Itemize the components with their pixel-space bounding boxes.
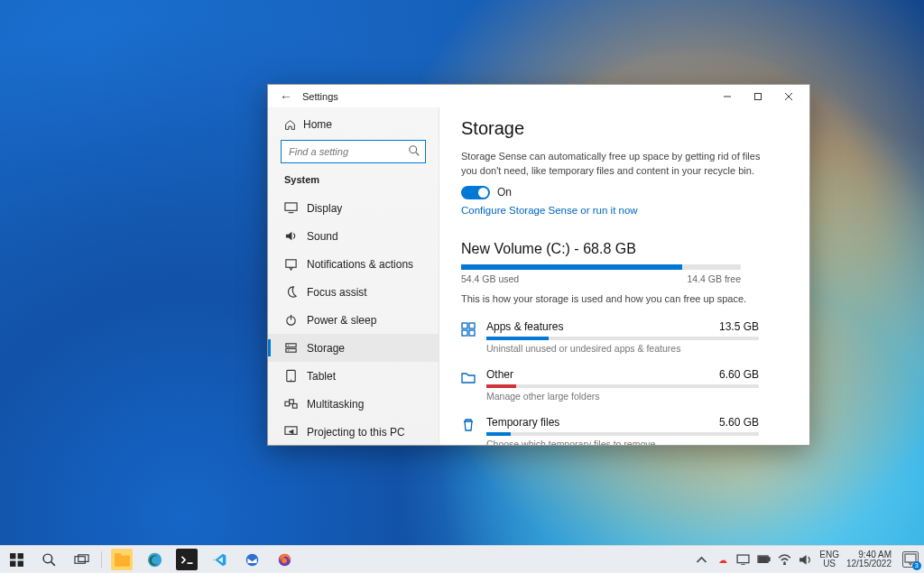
taskbar: ☁ ENG US 9:40 AM 12/15/2022 xyxy=(0,545,924,573)
svg-rect-22 xyxy=(469,323,475,328)
storage-category-apps-features[interactable]: Apps & features13.5 GBUninstall unused o… xyxy=(461,315,759,363)
storage-sense-toggle[interactable] xyxy=(461,186,490,199)
sidebar-item-sound[interactable]: Sound xyxy=(268,222,439,250)
taskbar-app-edge[interactable] xyxy=(138,546,171,573)
sidebar-item-display[interactable]: Display xyxy=(268,194,439,222)
sidebar-item-notifications-actions[interactable]: Notifications & actions xyxy=(268,250,439,278)
category-hint: Uninstall unused or undesired apps & fea… xyxy=(486,343,759,354)
sidebar-item-focus-assist[interactable]: Focus assist xyxy=(268,278,439,306)
category-bar xyxy=(486,384,759,388)
svg-rect-28 xyxy=(17,560,23,566)
svg-rect-11 xyxy=(286,344,296,347)
sidebar-category-header: System xyxy=(268,174,439,194)
tray-project-icon[interactable] xyxy=(736,553,750,567)
sidebar-item-label: Sound xyxy=(307,230,338,243)
svg-line-30 xyxy=(51,561,54,565)
sidebar-item-power-sleep[interactable]: Power & sleep xyxy=(268,306,439,334)
svg-rect-43 xyxy=(759,557,767,562)
tray-chevron-icon[interactable] xyxy=(695,553,708,567)
page-heading: Storage xyxy=(461,118,788,139)
start-button[interactable] xyxy=(0,546,32,573)
taskbar-app-thunderbird[interactable] xyxy=(236,546,268,573)
svg-rect-27 xyxy=(10,560,15,566)
sidebar-item-label: Display xyxy=(307,202,342,215)
configure-storage-sense-link[interactable]: Configure Storage Sense or run it now xyxy=(461,205,638,216)
multitask-icon xyxy=(284,397,298,411)
category-size: 6.60 GB xyxy=(719,368,759,381)
volume-title: New Volume (C:) - 68.8 GB xyxy=(461,241,788,257)
moon-icon xyxy=(284,285,298,299)
search-box[interactable] xyxy=(281,140,426,163)
category-hint: Manage other large folders xyxy=(486,391,759,402)
sidebar-item-storage[interactable]: Storage xyxy=(268,334,439,362)
svg-rect-17 xyxy=(285,402,290,406)
svg-rect-1 xyxy=(755,93,762,99)
sidebar-item-tablet[interactable]: Tablet xyxy=(268,362,439,390)
category-bar xyxy=(486,432,759,436)
titlebar: ← Settings xyxy=(268,85,809,107)
maximize-button[interactable] xyxy=(743,85,773,107)
category-name: Apps & features xyxy=(486,320,563,333)
folder-icon xyxy=(461,370,476,384)
taskbar-app-terminal[interactable] xyxy=(171,546,203,573)
sidebar-item-multitasking[interactable]: Multitasking xyxy=(268,390,439,418)
svg-rect-8 xyxy=(286,260,296,267)
svg-rect-25 xyxy=(10,553,15,559)
sidebar-item-label: Tablet xyxy=(307,370,336,383)
svg-point-16 xyxy=(291,380,291,381)
svg-rect-32 xyxy=(78,554,88,561)
home-link[interactable]: Home xyxy=(268,115,439,140)
storage-category-other[interactable]: Other6.60 GBManage other large folders xyxy=(461,363,759,411)
search-input[interactable] xyxy=(281,140,426,163)
tray-wifi-icon[interactable] xyxy=(778,553,791,567)
category-name: Temporary files xyxy=(486,416,559,429)
taskbar-app-firefox[interactable] xyxy=(268,546,300,573)
svg-rect-21 xyxy=(462,323,467,328)
taskbar-app-explorer[interactable] xyxy=(106,546,138,573)
svg-point-4 xyxy=(410,146,417,153)
back-button[interactable]: ← xyxy=(277,89,295,104)
power-icon xyxy=(284,313,298,327)
home-icon xyxy=(284,119,296,131)
svg-rect-39 xyxy=(737,555,749,563)
storage-sense-desc: Storage Sense can automatically free up … xyxy=(461,150,768,179)
tray-volume-icon[interactable] xyxy=(799,553,812,567)
storage-explain: This is how your storage is used and how… xyxy=(461,293,788,304)
volume-usage-bar xyxy=(461,264,741,270)
sidebar-item-label: Power & sleep xyxy=(307,314,376,327)
sidebar-item-label: Notifications & actions xyxy=(307,258,413,271)
svg-rect-18 xyxy=(290,400,294,404)
minimize-button[interactable] xyxy=(712,85,743,107)
svg-point-13 xyxy=(288,345,289,346)
tray-onedrive-icon[interactable]: ☁ xyxy=(716,553,729,567)
category-size: 13.5 GB xyxy=(719,320,759,333)
apps-icon xyxy=(461,322,476,337)
svg-point-14 xyxy=(288,350,289,351)
sidebar-item-projecting-to-this-pc[interactable]: Projecting to this PC xyxy=(268,418,439,445)
sidebar: Home System DisplaySoundNotifications & … xyxy=(268,107,439,445)
category-name: Other xyxy=(486,368,513,381)
action-center-button[interactable] xyxy=(902,551,919,568)
close-button[interactable] xyxy=(773,85,804,107)
svg-rect-12 xyxy=(286,348,296,352)
tablet-icon xyxy=(284,369,298,383)
project-icon xyxy=(284,425,298,439)
taskbar-app-vscode[interactable] xyxy=(203,546,236,573)
svg-point-44 xyxy=(784,563,786,565)
volume-free-label: 14.4 GB free xyxy=(687,273,741,284)
svg-rect-6 xyxy=(285,203,297,210)
task-view-button[interactable] xyxy=(65,546,97,573)
svg-rect-34 xyxy=(115,553,121,558)
sidebar-item-label: Focus assist xyxy=(307,286,367,299)
svg-rect-24 xyxy=(469,330,475,336)
storage-icon xyxy=(284,341,298,355)
volume-used-label: 54.4 GB used xyxy=(461,273,519,284)
home-label: Home xyxy=(303,118,332,131)
language-indicator[interactable]: ENG US xyxy=(819,550,839,568)
svg-rect-23 xyxy=(462,330,467,336)
clock[interactable]: 9:40 AM 12/15/2022 xyxy=(846,550,892,568)
storage-category-temporary-files[interactable]: Temporary files5.60 GBChoose which tempo… xyxy=(461,411,759,445)
search-button[interactable] xyxy=(32,546,65,573)
sidebar-item-label: Storage xyxy=(307,342,345,355)
tray-battery-icon[interactable] xyxy=(757,553,771,567)
